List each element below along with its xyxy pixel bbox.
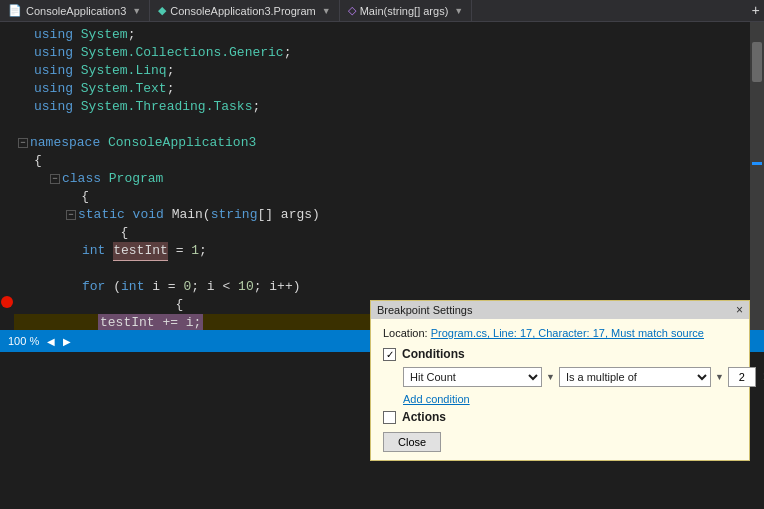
right-scrollbar[interactable] bbox=[750, 22, 764, 330]
breakpoint-indicator[interactable] bbox=[1, 296, 13, 308]
condition-dropdown-arrow: ▼ bbox=[546, 372, 555, 382]
current-statement: testInt += i; bbox=[98, 314, 203, 330]
class-label: ConsoleApplication3.Program bbox=[170, 5, 316, 17]
location-prefix: Location: bbox=[383, 327, 431, 339]
code-line: − static void Main(string[] args) bbox=[14, 206, 750, 224]
gutter bbox=[0, 22, 14, 330]
code-line: int testInt = 1; bbox=[14, 242, 750, 260]
popup-header: Breakpoint Settings × bbox=[371, 301, 749, 319]
method-label: Main(string[] args) bbox=[360, 5, 449, 17]
add-tab-button[interactable]: + bbox=[748, 3, 764, 19]
class-icon: ◆ bbox=[158, 4, 166, 17]
fold-button[interactable]: − bbox=[50, 174, 60, 184]
breakpoint-settings-popup: Breakpoint Settings × Location: Program.… bbox=[370, 300, 750, 461]
keyword: using bbox=[34, 26, 81, 44]
code-line: for (int i = 0; i < 10; i++) bbox=[14, 278, 750, 296]
conditions-checkbox[interactable] bbox=[383, 348, 396, 361]
condition-op-arrow: ▼ bbox=[715, 372, 724, 382]
code-line: − namespace ConsoleApplication3 bbox=[14, 134, 750, 152]
file-dropdown[interactable]: 📄 ConsoleApplication3 ▼ bbox=[0, 0, 150, 21]
zoom-control[interactable]: 100 % bbox=[8, 335, 39, 347]
condition-value-input[interactable] bbox=[728, 367, 756, 387]
condition-op-select[interactable]: Is a multiple of Equals Is greater than … bbox=[559, 367, 711, 387]
actions-checkbox[interactable] bbox=[383, 411, 396, 424]
code-line bbox=[14, 116, 750, 134]
code-line bbox=[14, 260, 750, 278]
namespace: System bbox=[81, 26, 128, 44]
conditions-row: Conditions bbox=[383, 347, 737, 361]
zoom-label: 100 % bbox=[8, 335, 39, 347]
code-line: { bbox=[14, 152, 750, 170]
top-bar: 📄 ConsoleApplication3 ▼ ◆ ConsoleApplica… bbox=[0, 0, 764, 22]
scroll-thumb[interactable] bbox=[752, 42, 762, 82]
file-dropdown-arrow: ▼ bbox=[132, 6, 141, 16]
editor-container: using System; using System.Collections.G… bbox=[0, 22, 764, 330]
add-condition-link[interactable]: Add condition bbox=[403, 393, 470, 405]
code-line: { bbox=[14, 188, 750, 206]
conditions-section: Hit Count Conditional Expression Filter … bbox=[403, 367, 737, 406]
conditions-label: Conditions bbox=[402, 347, 465, 361]
file-icon: 📄 bbox=[8, 4, 22, 17]
highlighted-var: testInt bbox=[113, 242, 168, 261]
scroll-right-button[interactable]: ▶ bbox=[63, 336, 71, 347]
popup-title: Breakpoint Settings bbox=[377, 304, 472, 316]
code-line: using System.Linq; bbox=[14, 62, 750, 80]
condition-type-select[interactable]: Hit Count Conditional Expression Filter bbox=[403, 367, 542, 387]
code-line: using System.Text; bbox=[14, 80, 750, 98]
method-dropdown[interactable]: ◇ Main(string[] args) ▼ bbox=[340, 0, 473, 21]
method-icon: ◇ bbox=[348, 4, 356, 17]
fold-button[interactable]: − bbox=[66, 210, 76, 220]
file-label: ConsoleApplication3 bbox=[26, 5, 126, 17]
bp-location: Location: Program.cs, Line: 17, Characte… bbox=[383, 327, 737, 339]
code-line: using System; bbox=[14, 26, 750, 44]
code-line: { bbox=[14, 224, 750, 242]
class-dropdown-arrow: ▼ bbox=[322, 6, 331, 16]
code-line: − class Program bbox=[14, 170, 750, 188]
popup-close-button[interactable]: × bbox=[736, 303, 743, 317]
code-line: using System.Threading.Tasks; bbox=[14, 98, 750, 116]
actions-label: Actions bbox=[402, 410, 446, 424]
method-dropdown-arrow: ▼ bbox=[454, 6, 463, 16]
scroll-left-button[interactable]: ◀ bbox=[47, 336, 55, 347]
code-area[interactable]: using System; using System.Collections.G… bbox=[14, 22, 750, 330]
class-dropdown[interactable]: ◆ ConsoleApplication3.Program ▼ bbox=[150, 0, 339, 21]
close-button[interactable]: Close bbox=[383, 432, 441, 452]
popup-body: Location: Program.cs, Line: 17, Characte… bbox=[371, 319, 749, 460]
scroll-marker bbox=[752, 162, 762, 165]
actions-row: Actions bbox=[383, 410, 737, 424]
condition-row: Hit Count Conditional Expression Filter … bbox=[403, 367, 737, 387]
fold-button[interactable]: − bbox=[18, 138, 28, 148]
code-line: using System.Collections.Generic; bbox=[14, 44, 750, 62]
location-link[interactable]: Program.cs, Line: 17, Character: 17, Mus… bbox=[431, 327, 704, 339]
